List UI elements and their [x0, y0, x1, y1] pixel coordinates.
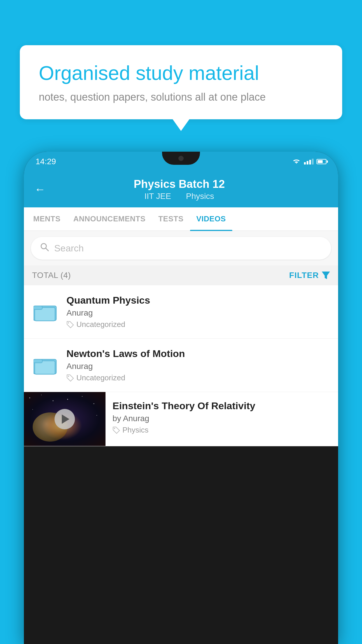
tag-icon	[66, 321, 74, 328]
filter-button[interactable]: FILTER	[289, 271, 330, 280]
video-author: by Anurag	[113, 414, 331, 423]
video-tag: Physics	[113, 426, 331, 435]
video-title: Newton's Laws of Motion	[66, 348, 330, 359]
list-item[interactable]: Quantum Physics Anurag Uncategorized	[24, 285, 338, 339]
tab-announcements[interactable]: ANNOUNCEMENTS	[67, 207, 152, 230]
header-subtitle: IIT JEE Physics	[54, 192, 304, 201]
svg-point-16	[96, 415, 97, 416]
video-info: Newton's Laws of Motion Anurag Uncategor…	[66, 348, 330, 382]
list-item[interactable]: Newton's Laws of Motion Anurag Uncategor…	[24, 339, 338, 392]
tabs-bar: MENTS ANNOUNCEMENTS TESTS VIDEOS	[24, 207, 338, 231]
svg-point-11	[29, 398, 30, 398]
speech-bubble-subtitle: notes, question papers, solutions all at…	[39, 91, 323, 103]
svg-rect-5	[34, 306, 42, 309]
tab-videos[interactable]: VIDEOS	[190, 207, 232, 230]
search-icon	[40, 242, 50, 254]
svg-point-19	[114, 428, 115, 429]
folder-icon-wrapper	[32, 302, 58, 322]
speech-bubble-title: Organised study material	[39, 61, 323, 85]
filter-funnel-icon	[322, 272, 330, 279]
search-bar[interactable]: Search	[31, 237, 331, 260]
header-title-block: Physics Batch 12 IIT JEE Physics	[54, 178, 304, 201]
svg-point-13	[53, 400, 54, 401]
header-subtitle-iit: IIT JEE	[145, 192, 171, 201]
video-tag: Uncategorized	[66, 320, 330, 329]
svg-point-14	[82, 396, 82, 397]
svg-point-10	[68, 376, 69, 377]
app-header: ← Physics Batch 12 IIT JEE Physics	[24, 172, 338, 207]
back-button[interactable]: ←	[34, 183, 45, 196]
header-subtitle-physics: Physics	[186, 192, 214, 201]
tab-ments[interactable]: MENTS	[27, 207, 67, 230]
svg-point-15	[94, 403, 94, 404]
status-time: 14:29	[36, 157, 56, 166]
video-info: Quantum Physics Anurag Uncategorized	[66, 295, 330, 329]
status-icons	[292, 158, 326, 165]
video-list: Quantum Physics Anurag Uncategorized	[24, 285, 338, 446]
tab-tests[interactable]: TESTS	[152, 207, 190, 230]
video-tag: Uncategorized	[66, 373, 330, 382]
speech-bubble: Organised study material notes, question…	[20, 45, 342, 119]
phone-frame: 14:29 ← Physi	[24, 152, 338, 644]
status-bar: 14:29	[24, 152, 338, 172]
wifi-icon	[292, 158, 301, 165]
video-title: Quantum Physics	[66, 295, 330, 306]
video-info: Einstein's Theory Of Relativity by Anura…	[106, 392, 338, 443]
total-count-label: TOTAL (4)	[32, 271, 71, 280]
svg-rect-9	[34, 359, 42, 363]
svg-point-17	[32, 409, 33, 410]
video-thumbnail	[24, 392, 106, 446]
header-title: Physics Batch 12	[54, 178, 304, 190]
tag-icon	[66, 374, 74, 382]
folder-icon	[34, 302, 57, 322]
camera-dot	[178, 156, 184, 161]
folder-icon	[34, 355, 57, 375]
video-title: Einstein's Theory Of Relativity	[113, 400, 331, 412]
phone-notch	[162, 152, 200, 165]
folder-icon-wrapper	[32, 355, 58, 375]
speech-bubble-container: Organised study material notes, question…	[20, 45, 342, 119]
tag-icon	[113, 426, 120, 434]
svg-point-18	[67, 399, 68, 400]
svg-point-12	[41, 395, 42, 395]
phone-screen: MENTS ANNOUNCEMENTS TESTS VIDEOS	[24, 207, 338, 446]
search-bar-container: Search	[24, 231, 338, 265]
play-triangle-icon	[62, 414, 69, 424]
search-placeholder: Search	[54, 243, 84, 254]
svg-line-1	[46, 248, 48, 251]
video-author: Anurag	[66, 362, 330, 371]
video-author: Anurag	[66, 308, 330, 318]
svg-point-6	[68, 322, 69, 323]
list-item[interactable]: Einstein's Theory Of Relativity by Anura…	[24, 392, 338, 446]
battery-icon	[317, 159, 326, 164]
signal-icon	[304, 159, 314, 164]
play-button[interactable]	[55, 409, 75, 429]
filter-bar: TOTAL (4) FILTER	[24, 265, 338, 285]
battery-fill	[318, 160, 323, 163]
svg-marker-2	[322, 272, 330, 279]
